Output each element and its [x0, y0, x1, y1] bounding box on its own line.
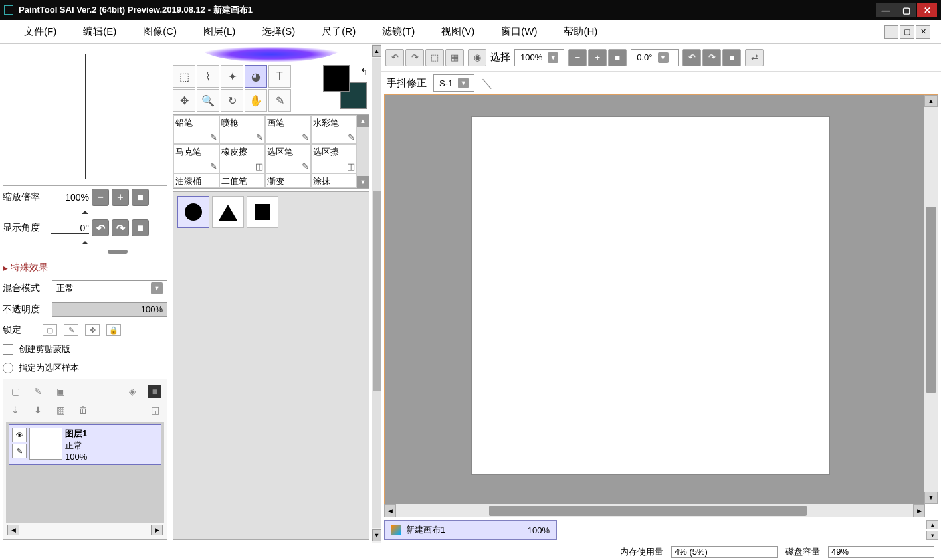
- select-icon[interactable]: ◉: [468, 49, 486, 66]
- new-folder-icon[interactable]: ▣: [54, 385, 67, 398]
- brush-gradient[interactable]: 渐变: [265, 173, 311, 188]
- menu-select[interactable]: 选择(S): [249, 21, 308, 42]
- canvas-rot-ccw[interactable]: ↶: [682, 49, 701, 66]
- color-wheel[interactable]: [199, 47, 343, 62]
- zoom-in-button[interactable]: +: [112, 189, 129, 206]
- shape-square[interactable]: [247, 196, 278, 228]
- canvas[interactable]: [471, 116, 830, 475]
- flip-h-button[interactable]: ⇄: [745, 49, 764, 66]
- transfer-down-icon[interactable]: ⇣: [9, 403, 22, 417]
- canvas-hscroll[interactable]: ◀▶: [384, 504, 925, 517]
- layer-scroll-left[interactable]: ◀: [7, 525, 19, 535]
- brush-watercolor[interactable]: 水彩笔✎: [311, 115, 357, 144]
- shape-circle[interactable]: [177, 196, 209, 228]
- brush-eraser[interactable]: 橡皮擦◫: [219, 144, 265, 173]
- zoom-out-button[interactable]: −: [92, 189, 109, 206]
- tabs-collapse-up[interactable]: ▴: [926, 520, 938, 529]
- menu-file[interactable]: 文件(F): [11, 21, 70, 42]
- edit-icon[interactable]: ✎: [12, 444, 27, 458]
- panel-close-button[interactable]: ✕: [916, 25, 930, 39]
- visibility-icon[interactable]: 👁: [12, 428, 27, 442]
- brush-seleraser[interactable]: 选区擦◫: [311, 144, 357, 173]
- canvas-zoom-in[interactable]: +: [588, 49, 607, 66]
- rotate-ccw-button[interactable]: ↶: [92, 219, 109, 236]
- text-tool[interactable]: T: [268, 65, 291, 88]
- wand-tool[interactable]: ✦: [221, 65, 243, 88]
- rotate-cw-button[interactable]: ↷: [112, 219, 129, 236]
- maximize-button[interactable]: ▢: [896, 3, 916, 17]
- move-tool[interactable]: ✥: [173, 89, 195, 112]
- shape-tool[interactable]: ◕: [245, 65, 267, 88]
- splitter[interactable]: ▲▼: [372, 44, 381, 543]
- new-linework-icon[interactable]: ✎: [31, 385, 45, 398]
- menu-view[interactable]: 视图(V): [428, 21, 488, 42]
- canvas-zoom-out[interactable]: −: [568, 49, 587, 66]
- redo-button[interactable]: ↷: [405, 49, 424, 66]
- panel-min-button[interactable]: —: [884, 25, 898, 39]
- lasso-tool[interactable]: ⌇: [197, 65, 219, 88]
- foreground-color[interactable]: [323, 65, 350, 92]
- brush-airbrush[interactable]: 喷枪✎: [219, 115, 265, 144]
- menu-filter[interactable]: 滤镜(T): [369, 21, 428, 42]
- swap-colors-icon[interactable]: ↰: [360, 66, 368, 77]
- rotate-reset-button[interactable]: ■: [132, 219, 149, 236]
- lock-paint-icon[interactable]: ✎: [64, 324, 78, 336]
- brush-pencil[interactable]: 铅笔✎: [173, 115, 219, 144]
- menu-help[interactable]: 帮助(H): [550, 21, 611, 42]
- rotate-tool[interactable]: ↻: [221, 89, 243, 112]
- deselect-button[interactable]: ⬚: [425, 49, 444, 66]
- brush-scroll-up[interactable]: ▲: [357, 115, 369, 127]
- brush-bucket[interactable]: 油漆桶: [173, 173, 219, 188]
- layer-menu-icon[interactable]: ■: [148, 385, 161, 398]
- zoom-tool[interactable]: 🔍: [197, 89, 219, 112]
- lock-all-icon[interactable]: 🔒: [106, 324, 121, 336]
- hand-tool[interactable]: ✋: [245, 89, 267, 112]
- opacity-slider[interactable]: 100%: [52, 302, 167, 317]
- merge-down-icon[interactable]: ⬇: [31, 403, 45, 417]
- panel-max-button[interactable]: ▢: [900, 25, 914, 39]
- canvas-angle-combo[interactable]: 0.0°▼: [631, 49, 679, 66]
- menu-ruler[interactable]: 尺子(R): [308, 21, 369, 42]
- menu-layer[interactable]: 图层(L): [190, 21, 249, 42]
- layer-item[interactable]: 👁 ✎ 图层1 正常 100%: [9, 424, 161, 465]
- brush-selpen[interactable]: 选区笔✎: [265, 144, 311, 173]
- clipping-mask-checkbox[interactable]: 创建剪贴蒙版: [3, 341, 167, 357]
- canvas-zoom-combo[interactable]: 100%▼: [514, 49, 564, 66]
- undo-button[interactable]: ↶: [385, 49, 404, 66]
- canvas-vscroll[interactable]: ▲▼: [924, 95, 938, 504]
- brush-brush[interactable]: 画笔✎: [265, 115, 311, 144]
- menu-window[interactable]: 窗口(W): [488, 21, 550, 42]
- zoom-slider[interactable]: [3, 209, 167, 217]
- brush-marker[interactable]: 马克笔✎: [173, 144, 219, 173]
- angle-slider[interactable]: [3, 239, 167, 247]
- brush-scrollbar[interactable]: [357, 127, 369, 176]
- blend-mode-combo[interactable]: 正常▼: [52, 280, 167, 296]
- canvas-rot-cw[interactable]: ↷: [702, 49, 721, 66]
- navigator[interactable]: [3, 47, 167, 186]
- lock-move-icon[interactable]: ✥: [85, 324, 100, 336]
- invert-sel-button[interactable]: ▦: [445, 49, 464, 66]
- brush-scroll-down[interactable]: ▼: [357, 176, 369, 188]
- rect-select-tool[interactable]: ⬚: [173, 65, 195, 88]
- shape-triangle[interactable]: [212, 196, 244, 228]
- effects-header[interactable]: 特殊效果: [3, 259, 167, 276]
- color-swatches[interactable]: ↰: [323, 65, 369, 112]
- brush-binary[interactable]: 二值笔: [219, 173, 265, 188]
- layer-extra-icon[interactable]: ◱: [148, 403, 161, 417]
- clear-layer-icon[interactable]: ▨: [54, 403, 67, 417]
- layer-scroll-right[interactable]: ▶: [151, 525, 163, 535]
- selection-source-radio[interactable]: 指定为选区样本: [3, 360, 167, 376]
- minimize-button[interactable]: —: [876, 3, 896, 17]
- stabilizer-combo[interactable]: S-1▼: [433, 74, 474, 92]
- canvas-rot-reset[interactable]: ■: [722, 49, 741, 66]
- eyedropper-tool[interactable]: ✎: [268, 89, 291, 112]
- close-button[interactable]: ✕: [917, 3, 937, 17]
- document-tab[interactable]: 新建画布1 100%: [384, 520, 557, 540]
- brush-blur[interactable]: 涂抹: [311, 173, 357, 188]
- canvas-viewport[interactable]: [385, 95, 924, 504]
- mask-icon[interactable]: ◈: [126, 385, 139, 398]
- lock-none-icon[interactable]: ▢: [43, 324, 57, 336]
- tabs-collapse-down[interactable]: ▾: [926, 531, 938, 540]
- delete-layer-icon[interactable]: 🗑: [76, 403, 90, 417]
- menu-image[interactable]: 图像(C): [130, 21, 190, 42]
